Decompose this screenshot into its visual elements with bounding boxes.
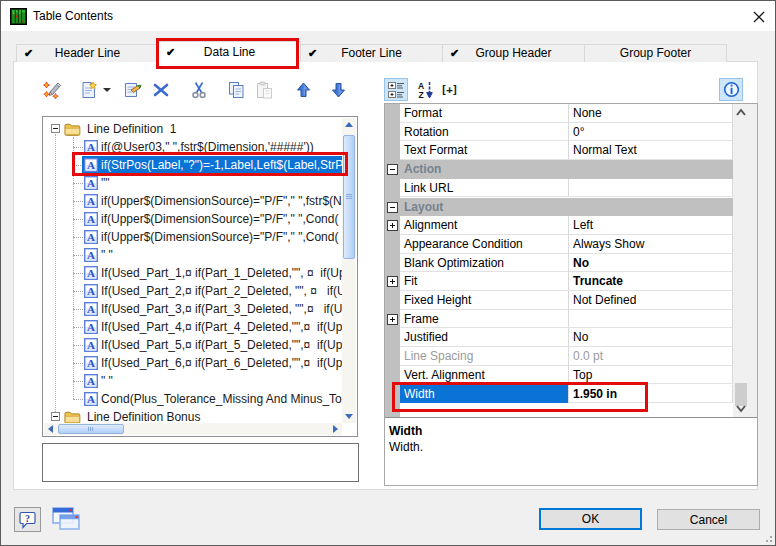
property-value[interactable]: Left [568, 216, 733, 235]
copy-button[interactable] [224, 78, 248, 102]
property-row-alignment[interactable]: AlignmentLeft [385, 216, 733, 235]
property-expander-icon[interactable] [387, 220, 398, 231]
edit-line-button[interactable] [120, 78, 144, 102]
tab-group-footer[interactable]: Group Footer [584, 44, 727, 62]
property-value[interactable]: 0° [568, 123, 733, 142]
tree-formula-row[interactable]: A " " [44, 372, 342, 390]
property-value[interactable]: 0.0 pt [568, 347, 733, 366]
tree-formula-row[interactable]: A if(Upper$(DimensionSource)="P/F"," ",f… [44, 192, 342, 210]
tree-vscroll-thumb[interactable] [343, 135, 355, 259]
ok-button[interactable]: OK [539, 508, 642, 530]
property-row-rotation[interactable]: Rotation0° [385, 123, 733, 142]
properties-scroll-down-icon[interactable] [733, 402, 749, 415]
property-row-appearance-condition[interactable]: Appearance ConditionAlways Show [385, 235, 733, 254]
categorized-view-button[interactable] [384, 78, 408, 101]
table-contents-dialog: Table Contents ✔Header Line✔Data Line✔Fo… [0, 0, 776, 546]
tree-expander-icon[interactable] [51, 124, 60, 133]
property-value[interactable]: Always Show [568, 235, 733, 254]
tree-scroll-right-icon[interactable] [329, 423, 342, 435]
formula-a-icon: A [84, 320, 98, 334]
formula-wizard-icon [42, 80, 64, 100]
property-row-vert-alignment[interactable]: Vert. AlignmentTop [385, 366, 733, 385]
formula-a-icon: A [84, 338, 98, 352]
move-down-icon [331, 82, 346, 98]
tree-formula-row[interactable]: A If(Used_Part_2,¤ if(Part_2_Deleted, ""… [44, 282, 342, 300]
svg-text:A: A [87, 141, 95, 153]
property-panel: FormatNoneRotation0°Text FormatNormal Te… [384, 103, 758, 486]
tree-vertical-scrollbar[interactable] [342, 118, 356, 423]
expand-all-button[interactable]: [+] [437, 78, 461, 101]
property-value[interactable]: Top [568, 366, 733, 385]
property-value[interactable]: 1.950 in [568, 385, 733, 404]
tree-formula-row[interactable]: A If(Used_Part_5,¤ if(Part_5_Deleted,"",… [44, 336, 342, 354]
property-value[interactable]: Truncate [568, 272, 733, 291]
tree-formula-row[interactable]: A if(@User03," ",fstr$(Dimension,'#####'… [44, 138, 342, 156]
tree-folder-row[interactable]: Line Definition 1 [44, 120, 342, 138]
property-row-layout[interactable]: Layout [385, 198, 733, 217]
close-button[interactable] [744, 2, 774, 31]
tree-horizontal-scrollbar[interactable] [44, 423, 342, 435]
tree-formula-row[interactable]: A If(Used_Part_3,¤ if(Part_3_Deleted, ""… [44, 300, 342, 318]
help-button[interactable]: ? [14, 507, 41, 532]
tree-formula-row[interactable]: A if(Upper$(DimensionSource)="P/F"," ",C… [44, 228, 342, 246]
property-value[interactable] [568, 179, 733, 198]
new-line-button[interactable] [76, 78, 114, 102]
tree-formula-row[interactable]: A " " [44, 246, 342, 264]
property-value[interactable] [568, 310, 733, 329]
cascade-windows-button[interactable] [49, 504, 83, 535]
property-row-line-spacing[interactable]: Line Spacing0.0 pt [385, 347, 733, 366]
property-row-fixed-height[interactable]: Fixed HeightNot Defined [385, 291, 733, 310]
tab-header-line[interactable]: ✔Header Line [16, 44, 159, 62]
property-row-format[interactable]: FormatNone [385, 104, 733, 123]
tab-data-line[interactable]: ✔Data Line [158, 41, 301, 62]
property-value[interactable]: No [568, 328, 733, 347]
tree-formula-row[interactable]: A if(Upper$(DimensionSource)="P/F"," ",C… [44, 210, 342, 228]
tree-expander-icon[interactable] [51, 412, 60, 421]
tree-folder-row[interactable]: Line Definition Bonus [44, 408, 342, 423]
property-row-action[interactable]: Action [385, 160, 733, 179]
property-help-button[interactable] [719, 78, 743, 101]
tab-footer-line[interactable]: ✔Footer Line [300, 44, 443, 62]
property-row-justified[interactable]: JustifiedNo [385, 328, 733, 347]
property-row-link-url[interactable]: Link URL [385, 179, 733, 198]
property-value[interactable]: Not Defined [568, 291, 733, 310]
cancel-button[interactable]: Cancel [657, 509, 760, 530]
cut-button[interactable] [187, 78, 211, 102]
property-expander-icon[interactable] [387, 276, 398, 287]
tree-scroll-up-icon[interactable] [342, 118, 356, 131]
property-expander-icon[interactable] [387, 314, 398, 325]
property-expander-icon[interactable] [387, 164, 398, 175]
delete-button[interactable] [149, 78, 173, 102]
property-row-frame[interactable]: Frame [385, 310, 733, 329]
move-up-button[interactable] [291, 78, 315, 102]
tab-group-header[interactable]: ✔Group Header [442, 44, 585, 62]
property-row-blank-optimization[interactable]: Blank OptimizationNo [385, 254, 733, 273]
tree-hscroll-thumb[interactable] [58, 424, 124, 434]
property-value[interactable]: None [568, 104, 733, 123]
tree-formula-row[interactable]: A "" [44, 174, 342, 192]
property-expander-icon[interactable] [387, 202, 398, 213]
tree-row-label: Line Definition 1 [87, 120, 342, 138]
formula-a-icon: A [84, 392, 98, 406]
property-row-text-format[interactable]: Text FormatNormal Text [385, 141, 733, 160]
tree-formula-row[interactable]: A If(Used_Part_4,¤ if(Part_4_Deleted,"",… [44, 318, 342, 336]
tree-scroll-down-icon[interactable] [342, 410, 356, 423]
tree-row-label: If(Used_Part_2,¤ if(Part_2_Deleted, "", … [101, 282, 342, 300]
properties-scroll-up-icon[interactable] [733, 106, 749, 119]
property-row-width[interactable]: Width1.950 in [385, 385, 733, 404]
formula-wizard-button[interactable] [41, 78, 65, 102]
resize-grip[interactable] [763, 533, 773, 543]
property-value[interactable]: No [568, 254, 733, 273]
property-group-label: Layout [404, 198, 443, 217]
move-down-button[interactable] [326, 78, 350, 102]
tree-formula-row[interactable]: A if(StrPos(Label,"?")=-1,Label,Left$(La… [44, 156, 342, 174]
tree-formula-row[interactable]: A Cond(Plus_Tolerance_Missing And Minus_… [44, 390, 342, 408]
properties-vertical-scrollbar[interactable] [733, 104, 749, 417]
tree-scroll-left-icon[interactable] [44, 423, 57, 435]
tree-formula-row[interactable]: A If(Used_Part_1,¤ if(Part_1_Deleted,"",… [44, 264, 342, 282]
tree-formula-row[interactable]: A If(Used_Part_6,¤ if(Part_6_Deleted,"",… [44, 354, 342, 372]
sort-alphabetical-button[interactable]: A Z [413, 78, 437, 101]
paste-button[interactable] [252, 78, 276, 102]
property-row-fit[interactable]: FitTruncate [385, 272, 733, 291]
property-value[interactable]: Normal Text [568, 141, 733, 160]
